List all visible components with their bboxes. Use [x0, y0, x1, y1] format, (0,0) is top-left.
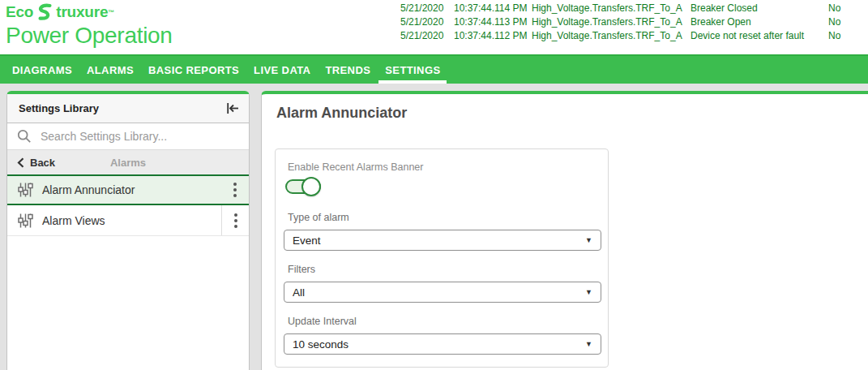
item-menu-button[interactable]	[221, 205, 249, 235]
alarm-row-ack[interactable]: No	[828, 15, 840, 29]
settings-library-sidebar: Settings Library Back Alarms	[6, 91, 250, 370]
sidebar-search-row	[7, 123, 249, 150]
annunciator-settings-card: Enable Recent Alarms Banner Type of alar…	[275, 148, 609, 368]
update-interval-label: Update Interval	[288, 316, 600, 327]
caret-down-icon: ▼	[585, 341, 592, 348]
back-label: Back	[30, 157, 55, 169]
type-of-alarm-group: Type of alarm Event ▼	[284, 212, 600, 251]
type-of-alarm-select[interactable]: Event ▼	[284, 230, 601, 251]
alarm-row-ack[interactable]: No	[828, 2, 840, 15]
nav-tab-trends[interactable]: TRENDS	[318, 56, 378, 84]
trademark-symbol: ™	[108, 3, 114, 23]
sidebar-item-label: Alarm Annunciator	[42, 183, 135, 196]
nav-tab-settings[interactable]: SETTINGS	[378, 56, 447, 84]
logo-truxure-text: truxure	[56, 2, 108, 22]
collapse-sidebar-button[interactable]	[224, 100, 242, 118]
alarm-row-time[interactable]: 10:37:44.112 PM	[454, 29, 532, 43]
alarm-row-time[interactable]: 10:37:44.113 PM	[454, 15, 532, 29]
caret-down-icon: ▼	[585, 237, 592, 244]
ecostruxure-swirl-icon	[34, 3, 56, 21]
nav-tab-basic-reports[interactable]: BASIC REPORTS	[141, 56, 246, 84]
alarm-row-date[interactable]: 5/21/2020	[400, 2, 454, 15]
alarm-row-time[interactable]: 10:37:44.114 PM	[454, 2, 532, 15]
nav-tab-live-data[interactable]: LIVE DATA	[246, 56, 318, 84]
product-title: Power Operation	[6, 23, 173, 48]
top-header: Eco truxure™ Power Operation 5/21/2020 1…	[0, 0, 868, 54]
kebab-icon	[233, 183, 237, 186]
filters-select[interactable]: All ▼	[284, 282, 601, 303]
nav-tab-diagrams[interactable]: DIAGRAMS	[5, 56, 79, 84]
main-panel: Alarm Annunciator Enable Recent Alarms B…	[261, 91, 868, 370]
sliders-icon	[17, 213, 34, 229]
main-navbar: DIAGRAMS ALARMS BASIC REPORTS LIVE DATA …	[0, 54, 868, 84]
sliders-icon	[17, 182, 34, 198]
selected-value: 10 seconds	[293, 338, 348, 351]
search-input[interactable]	[41, 130, 239, 143]
update-interval-select[interactable]: 10 seconds ▼	[284, 333, 601, 355]
ecostruxure-wordmark: Eco truxure™	[6, 2, 173, 23]
filters-label: Filters	[288, 264, 600, 275]
update-interval-group: Update Interval 10 seconds ▼	[284, 316, 600, 355]
selected-value: Event	[293, 234, 321, 247]
sidebar-item-alarm-annunciator[interactable]: Alarm Annunciator	[7, 174, 249, 205]
alarm-row-message[interactable]: Breaker Open	[691, 15, 828, 29]
kebab-icon	[234, 213, 237, 217]
item-menu-button[interactable]	[221, 176, 249, 204]
alarm-row-date[interactable]: 5/21/2020	[400, 15, 454, 29]
ecostruxure-logo: Eco truxure™ Power Operation	[6, 2, 173, 48]
toggle-knob	[301, 177, 321, 196]
page-title: Alarm Annunciator	[276, 105, 868, 122]
back-button[interactable]: Back Alarms	[7, 150, 249, 174]
type-of-alarm-label: Type of alarm	[288, 212, 600, 223]
search-icon	[17, 129, 32, 144]
selected-value: All	[293, 286, 305, 299]
alarm-row-message[interactable]: Device not reset after fault	[691, 29, 828, 43]
content-area: Settings Library Back Alarms	[0, 84, 868, 370]
caret-down-icon: ▼	[585, 289, 592, 296]
sidebar-item-alarm-views[interactable]: Alarm Views	[7, 205, 249, 236]
alarm-row-source[interactable]: High_Voltage.Transfers.TRF_To_A	[532, 29, 691, 43]
alarm-row-ack[interactable]: No	[828, 29, 840, 43]
chevron-left-icon	[17, 157, 24, 168]
enable-banner-toggle[interactable]	[285, 179, 321, 194]
nav-tab-alarms[interactable]: ALARMS	[79, 56, 141, 84]
alarm-row-source[interactable]: High_Voltage.Transfers.TRF_To_A	[532, 2, 691, 15]
alarm-row-date[interactable]: 5/21/2020	[400, 29, 454, 43]
collapse-left-icon	[226, 102, 240, 114]
alarm-row-source[interactable]: High_Voltage.Transfers.TRF_To_A	[532, 15, 691, 29]
enable-banner-label: Enable Recent Alarms Banner	[288, 161, 600, 173]
sidebar-item-label: Alarm Views	[42, 214, 105, 227]
filters-group: Filters All ▼	[284, 264, 600, 303]
logo-eco-text: Eco	[6, 2, 33, 22]
sidebar-title: Settings Library	[19, 102, 99, 114]
recent-alarms-banner: 5/21/2020 10:37:44.114 PM High_Voltage.T…	[400, 2, 840, 43]
alarm-row-message[interactable]: Breaker Closed	[691, 2, 828, 15]
sidebar-header: Settings Library	[7, 94, 249, 123]
